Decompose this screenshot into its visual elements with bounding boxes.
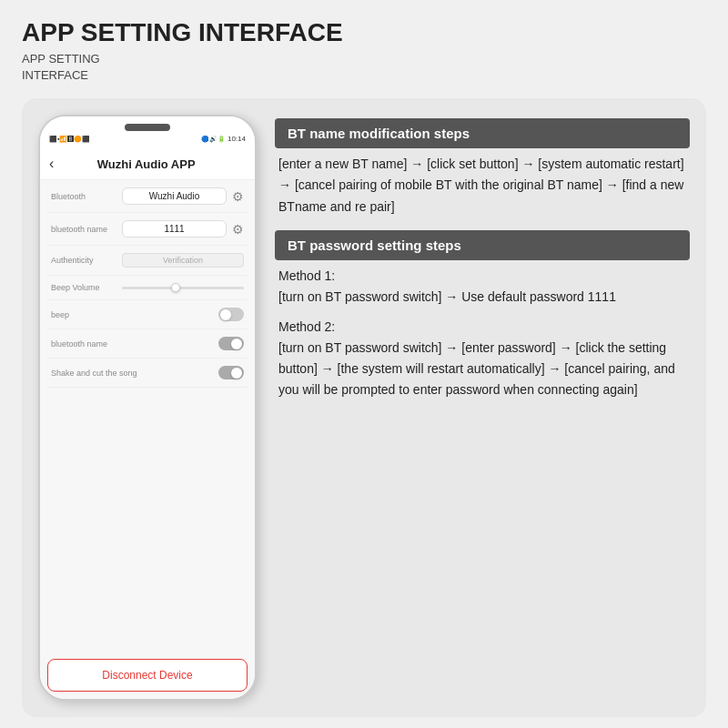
bt-name-toggle-row: bluetooth name [47, 329, 248, 359]
beep-toggle-label: beep [51, 310, 213, 319]
app-content: Bluetooth Wuzhi Audio ⚙ bluetooth name 1… [40, 180, 255, 648]
shake-toggle-knob [231, 368, 242, 379]
bt-name-header: BT name modification steps [275, 118, 690, 148]
method1-label: Method 1: [278, 266, 686, 287]
bluetooth-name-row: bluetooth name 1111 ⚙ [47, 213, 248, 246]
beep-volume-slider[interactable] [122, 287, 244, 289]
bt-name-body: [enter a new BT name] → [click set butto… [275, 154, 690, 217]
status-icons-right: 🔵🔊🔋 [201, 136, 226, 143]
bt-name-toggle-knob [231, 339, 242, 349]
shake-toggle-row: Shake and cut the song [47, 359, 248, 388]
method2-body: [turn on BT password switch] → [enter pa… [278, 338, 686, 400]
bluetooth-name-value[interactable]: 1111 [122, 220, 227, 238]
bt-name-section: BT name modification steps [enter a new … [275, 118, 690, 217]
main-card: ⬛▪📶🅱🟠⬛ 🔵🔊🔋 10:14 ‹ Wuzhi Audio APP [22, 98, 706, 717]
method1-body: [turn on BT password switch] → Use defau… [278, 287, 686, 308]
page-title: APP SETTING INTERFACE [22, 18, 706, 47]
phone-top: ⬛▪📶🅱🟠⬛ 🔵🔊🔋 10:14 [40, 116, 255, 148]
status-time: 10:14 [228, 135, 246, 143]
phone-notch [125, 124, 170, 131]
beep-volume-row: Beep Volume [47, 276, 248, 300]
shake-toggle-label: Shake and cut the song [51, 369, 213, 378]
beep-toggle[interactable] [218, 308, 244, 321]
bluetooth-gear-icon[interactable]: ⚙ [232, 189, 244, 204]
status-icons: ⬛▪📶🅱🟠⬛ [49, 136, 90, 143]
bt-name-toggle-label: bluetooth name [51, 339, 213, 349]
shake-toggle[interactable] [218, 366, 244, 379]
bluetooth-name-gear-icon[interactable]: ⚙ [232, 222, 244, 237]
beep-toggle-knob [220, 309, 231, 320]
status-left: ⬛▪📶🅱🟠⬛ [49, 136, 90, 143]
back-button[interactable]: ‹ [49, 156, 54, 172]
page-subtitle: APP SETTING INTERFACE [22, 51, 706, 84]
bt-password-body: Method 1: [turn on BT password switch] →… [275, 266, 690, 401]
bt-password-section: BT password setting steps Method 1: [tur… [275, 230, 690, 401]
authenticity-row: Authenticity Verification [47, 246, 248, 276]
beep-volume-label: Beep Volume [51, 283, 116, 292]
page: APP SETTING INTERFACE APP SETTING INTERF… [0, 0, 728, 728]
slider-thumb[interactable] [171, 283, 180, 292]
bluetooth-label: Bluetooth [51, 192, 116, 201]
method2-label: Method 2: [278, 317, 686, 338]
bluetooth-value[interactable]: Wuzhi Audio [122, 187, 227, 205]
bt-name-toggle[interactable] [218, 337, 244, 350]
disconnect-button[interactable]: Disconnect Device [47, 659, 248, 692]
phone-screen: ‹ Wuzhi Audio APP Bluetooth Wuzhi Audio … [40, 148, 255, 699]
bt-password-header: BT password setting steps [275, 230, 690, 260]
status-right: 🔵🔊🔋 10:14 [201, 135, 246, 143]
bluetooth-row: Bluetooth Wuzhi Audio ⚙ [47, 180, 248, 213]
app-header: ‹ Wuzhi Audio APP [40, 148, 255, 180]
authenticity-label: Authenticity [51, 256, 116, 265]
phone-mockup: ⬛▪📶🅱🟠⬛ 🔵🔊🔋 10:14 ‹ Wuzhi Audio APP [38, 115, 257, 701]
right-panel: BT name modification steps [enter a new … [275, 115, 690, 701]
app-header-title: Wuzhi Audio APP [61, 157, 231, 171]
beep-toggle-row: beep [47, 300, 248, 329]
bluetooth-name-label: bluetooth name [51, 225, 116, 234]
phone-status-bar: ⬛▪📶🅱🟠⬛ 🔵🔊🔋 10:14 [40, 133, 255, 145]
authenticity-value[interactable]: Verification [122, 253, 244, 268]
